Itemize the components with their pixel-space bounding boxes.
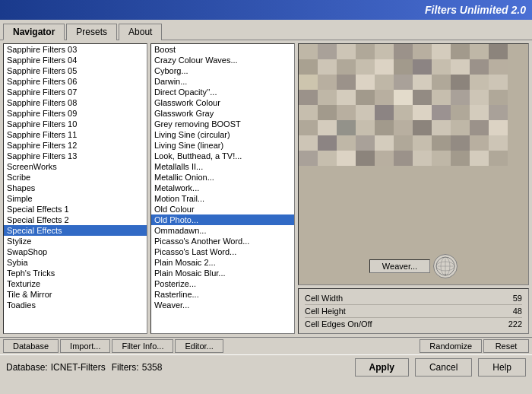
- middle-list-item[interactable]: Rasterline...: [151, 289, 294, 300]
- bottom-toolbar: Database Import... Filter Info... Editor…: [0, 337, 532, 354]
- svg-rect-12: [299, 59, 318, 75]
- middle-list-item[interactable]: Plain Mosaic Blur...: [151, 268, 294, 278]
- left-list-item[interactable]: Simple: [4, 193, 147, 204]
- middle-list[interactable]: BoostCrazy Colour Waves...Cyborg...Darwi…: [151, 44, 294, 333]
- svg-rect-27: [375, 75, 394, 90]
- left-list-item[interactable]: Stylize: [4, 236, 147, 246]
- svg-rect-8: [432, 44, 451, 59]
- left-list-item[interactable]: Sapphire Filters 08: [4, 97, 147, 108]
- middle-list-item[interactable]: Weaver...: [151, 300, 294, 310]
- randomize-button[interactable]: Randomize: [420, 339, 482, 353]
- middle-list-item[interactable]: Boost: [151, 44, 294, 55]
- svg-rect-32: [470, 75, 489, 90]
- middle-list-item[interactable]: Picasso's Last Word...: [151, 246, 294, 257]
- svg-rect-28: [394, 75, 413, 90]
- middle-list-item[interactable]: Living Sine (circular): [151, 129, 294, 140]
- apply-button[interactable]: Apply: [355, 358, 409, 377]
- tab-about[interactable]: About: [119, 24, 162, 40]
- left-list-item[interactable]: Teph's Tricks: [4, 268, 147, 278]
- left-list-item[interactable]: Sapphire Filters 04: [4, 55, 147, 65]
- svg-rect-77: [489, 135, 508, 151]
- left-list-item[interactable]: Toadies: [4, 300, 147, 310]
- svg-rect-85: [432, 151, 451, 166]
- svg-rect-25: [337, 75, 356, 90]
- middle-list-item[interactable]: Living Sine (linear): [151, 140, 294, 151]
- middle-list-item[interactable]: Metallic Onion...: [151, 172, 294, 183]
- left-list-item[interactable]: Scribe: [4, 172, 147, 183]
- left-list-item[interactable]: SwapShop: [4, 246, 147, 257]
- left-filter-panel: Sapphire Filters 03Sapphire Filters 04Sa…: [3, 43, 147, 334]
- middle-list-item[interactable]: Metallalls II...: [151, 161, 294, 172]
- middle-list-item[interactable]: Picasso's Another Word...: [151, 236, 294, 246]
- middle-list-item[interactable]: Metalwork...: [151, 183, 294, 193]
- left-list-item[interactable]: Sapphire Filters 05: [4, 65, 147, 76]
- prop-value: 59: [513, 294, 522, 303]
- left-list-item[interactable]: Shapes: [4, 183, 147, 193]
- left-list-item[interactable]: Sapphire Filters 03: [4, 44, 147, 55]
- svg-rect-63: [432, 120, 451, 135]
- tab-navigator[interactable]: Navigator: [3, 24, 65, 40]
- svg-rect-62: [413, 120, 432, 135]
- left-list-item[interactable]: Sapphire Filters 09: [4, 108, 147, 119]
- svg-rect-18: [413, 59, 432, 75]
- svg-rect-1: [299, 44, 318, 59]
- svg-rect-47: [337, 105, 356, 120]
- left-list-item[interactable]: Sybia: [4, 257, 147, 268]
- database-button[interactable]: Database: [3, 339, 59, 353]
- middle-list-item[interactable]: Crazy Colour Waves...: [151, 55, 294, 65]
- middle-list-item[interactable]: Glasswork Gray: [151, 108, 294, 119]
- svg-rect-26: [356, 75, 375, 90]
- middle-list-item[interactable]: Cyborg...: [151, 65, 294, 76]
- left-list-item[interactable]: Tile & Mirror: [4, 289, 147, 300]
- middle-list-item[interactable]: Grey removing BOOST: [151, 119, 294, 129]
- middle-list-item[interactable]: Plain Mosaic 2...: [151, 257, 294, 268]
- svg-rect-6: [394, 44, 413, 59]
- middle-list-item[interactable]: Ommadawn...: [151, 225, 294, 236]
- svg-rect-36: [337, 90, 356, 105]
- reset-button[interactable]: Reset: [483, 339, 529, 353]
- svg-rect-7: [413, 44, 432, 59]
- svg-rect-13: [318, 59, 337, 75]
- cancel-button[interactable]: Cancel: [415, 358, 472, 377]
- left-list-item[interactable]: Texturize: [4, 278, 147, 289]
- middle-list-item[interactable]: Darwin...: [151, 76, 294, 87]
- middle-list-item[interactable]: Look, Butthead, a TV!...: [151, 151, 294, 161]
- help-button[interactable]: Help: [478, 358, 526, 377]
- svg-rect-49: [375, 105, 394, 120]
- left-list-item[interactable]: Sapphire Filters 10: [4, 119, 147, 129]
- left-list-item[interactable]: Special Effects 1: [4, 204, 147, 214]
- middle-list-item[interactable]: Old Colour: [151, 204, 294, 214]
- left-list-item[interactable]: ScreenWorks: [4, 161, 147, 172]
- svg-rect-33: [489, 75, 508, 90]
- svg-rect-86: [451, 151, 470, 166]
- left-list-item[interactable]: Sapphire Filters 07: [4, 87, 147, 97]
- svg-rect-84: [413, 151, 432, 166]
- middle-list-item[interactable]: Posterize...: [151, 278, 294, 289]
- svg-rect-82: [375, 151, 394, 166]
- svg-rect-72: [394, 135, 413, 151]
- app-title: Filters Unlimited 2.0: [425, 4, 526, 16]
- left-list-item[interactable]: Sapphire Filters 06: [4, 76, 147, 87]
- left-list-item[interactable]: Sapphire Filters 11: [4, 129, 147, 140]
- left-list-item[interactable]: Sapphire Filters 12: [4, 140, 147, 151]
- middle-list-item[interactable]: Direct Opacity''...: [151, 87, 294, 97]
- middle-list-item[interactable]: Motion Trail...: [151, 193, 294, 204]
- svg-rect-54: [470, 105, 489, 120]
- middle-list-item[interactable]: Glasswork Colour: [151, 97, 294, 108]
- svg-rect-29: [413, 75, 432, 90]
- svg-rect-51: [413, 105, 432, 120]
- import-button[interactable]: Import...: [60, 339, 110, 353]
- tab-presets[interactable]: Presets: [66, 24, 117, 40]
- middle-list-item[interactable]: Old Photo...: [151, 214, 294, 225]
- editor-button[interactable]: Editor...: [175, 339, 223, 353]
- svg-rect-9: [451, 44, 470, 59]
- left-list-item[interactable]: Sapphire Filters 13: [4, 151, 147, 161]
- left-list[interactable]: Sapphire Filters 03Sapphire Filters 04Sa…: [4, 44, 147, 333]
- weaver-button[interactable]: Weaver...: [369, 259, 430, 273]
- svg-rect-64: [451, 120, 470, 135]
- left-list-item[interactable]: Special Effects: [4, 225, 147, 236]
- weaver-btn-area: Weaver... ▲: [369, 254, 458, 278]
- filter-info-button[interactable]: Filter Info...: [112, 339, 173, 353]
- left-list-item[interactable]: Special Effects 2: [4, 214, 147, 225]
- preview-area: Weaver... ▲: [298, 43, 529, 285]
